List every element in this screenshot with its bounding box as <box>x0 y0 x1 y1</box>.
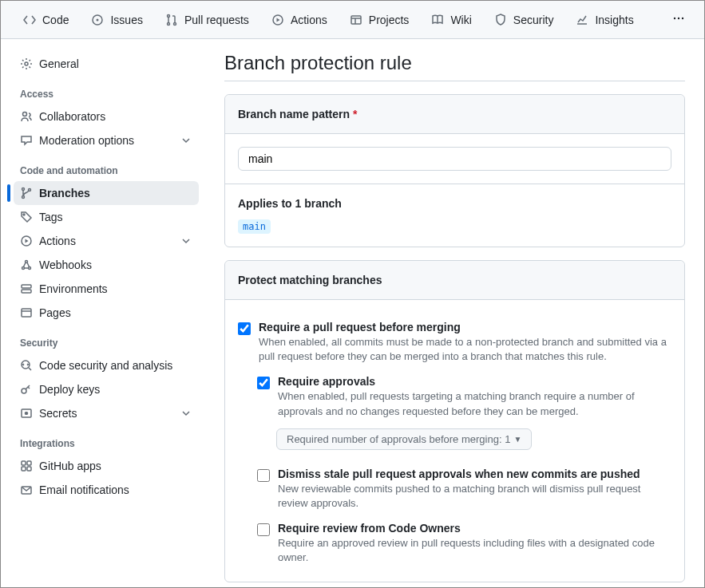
sidebar-item-code-security[interactable]: Code security and analysis <box>14 353 199 377</box>
sidebar-item-deploy-keys[interactable]: Deploy keys <box>14 377 199 401</box>
require-pr-checkbox[interactable] <box>238 322 251 335</box>
sidebar-item-email[interactable]: Email notifications <box>14 478 199 502</box>
dismiss-stale-desc: New reviewable commits pushed to a match… <box>278 482 671 511</box>
caret-down-icon: ▼ <box>513 435 521 444</box>
code-owners-label: Require review from Code Owners <box>278 522 671 535</box>
protect-branches-header: Protect matching branches <box>225 261 684 300</box>
tab-pulls-label: Pull requests <box>184 14 249 26</box>
svg-point-12 <box>22 188 25 191</box>
play-icon <box>271 14 284 26</box>
sidebar-item-github-apps[interactable]: GitHub apps <box>14 454 199 478</box>
tab-issues-label: Issues <box>110 14 142 26</box>
sidebar-pages-label: Pages <box>39 306 71 319</box>
codescan-icon <box>20 359 33 372</box>
svg-rect-22 <box>22 309 31 317</box>
tab-wiki[interactable]: Wiki <box>422 7 481 33</box>
graph-icon <box>576 14 588 26</box>
sidebar-item-actions[interactable]: Actions <box>14 229 199 253</box>
settings-sidebar: General Access Collaborators Moderation … <box>1 39 205 587</box>
svg-point-10 <box>25 62 28 65</box>
code-owners-checkbox[interactable] <box>257 523 270 536</box>
people-icon <box>20 110 33 123</box>
svg-point-18 <box>22 267 25 270</box>
tag-icon <box>20 211 33 223</box>
branch-icon <box>20 187 33 199</box>
require-approvals-desc: When enabled, pull requests targeting a … <box>278 389 671 418</box>
sidebar-actions-label: Actions <box>39 235 76 247</box>
dismiss-stale-checkbox[interactable] <box>257 469 270 482</box>
svg-rect-28 <box>22 467 26 471</box>
server-icon <box>20 282 33 295</box>
book-icon <box>431 14 444 26</box>
kebab-icon <box>672 12 685 25</box>
sidebar-item-environments[interactable]: Environments <box>14 277 199 301</box>
branch-pattern-header: Branch name pattern * <box>225 95 684 134</box>
tab-insights[interactable]: Insights <box>566 7 643 33</box>
repo-tabs: Code Issues Pull requests Actions Projec… <box>1 1 704 39</box>
asterisk-icon <box>20 407 33 420</box>
page-title: Branch protection rule <box>224 52 685 81</box>
pull-request-icon <box>165 14 178 26</box>
sidebar-item-branches[interactable]: Branches <box>14 181 199 205</box>
require-pr-label: Require a pull request before merging <box>259 321 671 333</box>
tab-pulls[interactable]: Pull requests <box>156 7 259 33</box>
svg-rect-6 <box>351 16 361 24</box>
tab-issues[interactable]: Issues <box>81 7 152 33</box>
sidebar-github-apps-label: GitHub apps <box>39 460 101 472</box>
comment-icon <box>20 134 33 147</box>
svg-rect-26 <box>22 461 26 465</box>
tab-insights-label: Insights <box>595 14 633 26</box>
tab-actions[interactable]: Actions <box>262 7 337 33</box>
branch-pattern-label: Branch name pattern <box>238 108 350 120</box>
svg-point-8 <box>678 18 679 19</box>
sidebar-collaborators-label: Collaborators <box>39 110 105 123</box>
sidebar-branches-label: Branches <box>39 187 90 199</box>
require-approvals-checkbox[interactable] <box>257 377 270 389</box>
more-menu[interactable] <box>666 6 691 34</box>
play-icon <box>20 235 33 247</box>
svg-point-9 <box>682 18 683 19</box>
sidebar-email-label: Email notifications <box>39 483 129 496</box>
sidebar-item-moderation[interactable]: Moderation options <box>14 128 199 152</box>
sidebar-section-access: Access <box>14 76 199 105</box>
sidebar-code-security-label: Code security and analysis <box>39 359 172 372</box>
chevron-down-icon <box>180 235 192 247</box>
sidebar-item-pages[interactable]: Pages <box>14 301 199 325</box>
sidebar-item-tags[interactable]: Tags <box>14 205 199 229</box>
tab-code[interactable]: Code <box>14 7 78 33</box>
sidebar-section-security: Security <box>14 325 199 353</box>
tab-projects[interactable]: Projects <box>340 7 419 33</box>
svg-point-2 <box>167 14 169 17</box>
code-owners-desc: Require an approved review in pull reque… <box>278 536 671 565</box>
gear-icon <box>20 57 33 70</box>
svg-point-11 <box>23 112 27 116</box>
branch-pattern-box: Branch name pattern * Applies to 1 branc… <box>224 94 685 247</box>
tab-projects-label: Projects <box>369 14 410 26</box>
tab-actions-label: Actions <box>291 14 327 26</box>
sidebar-item-secrets[interactable]: Secrets <box>14 401 199 425</box>
chevron-down-icon <box>180 407 192 420</box>
chevron-down-icon <box>180 134 192 147</box>
svg-point-3 <box>167 22 169 25</box>
svg-rect-27 <box>27 461 31 465</box>
sidebar-item-general[interactable]: General <box>14 52 199 76</box>
sidebar-moderation-label: Moderation options <box>39 134 134 147</box>
svg-point-19 <box>29 267 31 270</box>
sidebar-section-code-auto: Code and automation <box>14 152 199 181</box>
approvals-count-dropdown[interactable]: Required number of approvals before merg… <box>276 428 532 450</box>
sidebar-tags-label: Tags <box>39 211 63 223</box>
svg-point-1 <box>97 18 99 21</box>
dismiss-stale-label: Dismiss stale pull request approvals whe… <box>278 468 671 480</box>
code-icon <box>23 14 36 26</box>
webhook-icon <box>20 258 33 271</box>
key-icon <box>20 383 33 396</box>
required-asterisk: * <box>353 108 357 120</box>
tab-security[interactable]: Security <box>485 7 564 33</box>
sidebar-secrets-label: Secrets <box>39 407 77 420</box>
shield-icon <box>494 14 507 26</box>
protect-branches-box: Protect matching branches Require a pull… <box>224 260 685 582</box>
branch-pattern-input[interactable] <box>238 147 671 171</box>
sidebar-item-collaborators[interactable]: Collaborators <box>14 105 199 128</box>
sidebar-item-webhooks[interactable]: Webhooks <box>14 253 199 277</box>
tab-security-label: Security <box>513 14 554 26</box>
